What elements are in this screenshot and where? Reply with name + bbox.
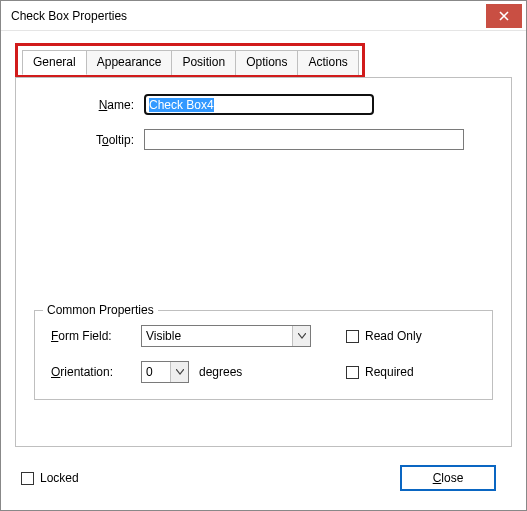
required-checkbox-group[interactable]: Required [346,365,476,379]
readonly-checkbox-group[interactable]: Read Only [346,329,476,343]
row-name: Name: [34,94,493,115]
chevron-down-icon [292,326,310,346]
common-properties-group: Common Properties Form Field: Visible Re… [34,310,493,400]
locked-checkbox[interactable] [21,472,34,485]
form-field-select[interactable]: Visible [141,325,311,347]
form-field-value: Visible [142,329,292,343]
dialog-footer: Locked Close [15,455,512,491]
tab-appearance[interactable]: Appearance [86,50,173,75]
tooltip-input[interactable] [144,129,464,150]
form-field-label: Form Field: [51,329,141,343]
readonly-label: Read Only [365,329,422,343]
required-label: Required [365,365,414,379]
tab-actions[interactable]: Actions [297,50,358,75]
chevron-down-icon [170,362,188,382]
window-title: Check Box Properties [11,9,127,23]
tab-general[interactable]: General [22,50,87,75]
locked-checkbox-group[interactable]: Locked [21,471,79,485]
readonly-checkbox[interactable] [346,330,359,343]
row-tooltip: Tooltip: [34,129,493,150]
orientation-value: 0 [142,365,170,379]
row-orientation: Orientation: 0 degrees Required [51,361,476,383]
orientation-select[interactable]: 0 [141,361,189,383]
tabbar-highlight: General Appearance Position Options Acti… [15,43,365,78]
degrees-label: degrees [199,365,242,379]
orientation-label: Orientation: [51,365,141,379]
window-close-button[interactable] [486,4,522,28]
tabbar: General Appearance Position Options Acti… [22,50,358,75]
close-button[interactable]: Close [400,465,496,491]
tooltip-label: Tooltip: [34,133,144,147]
tab-position[interactable]: Position [171,50,236,75]
common-properties-legend: Common Properties [43,303,158,317]
name-label: Name: [34,98,144,112]
name-input[interactable] [144,94,374,115]
locked-label: Locked [40,471,79,485]
dialog-content: General Appearance Position Options Acti… [1,31,526,501]
required-checkbox[interactable] [346,366,359,379]
row-form-field: Form Field: Visible Read Only [51,325,476,347]
close-icon [499,11,509,21]
tab-panel-general: Name: Tooltip: Common Properties Form Fi… [15,77,512,447]
titlebar: Check Box Properties [1,1,526,31]
tab-options[interactable]: Options [235,50,298,75]
